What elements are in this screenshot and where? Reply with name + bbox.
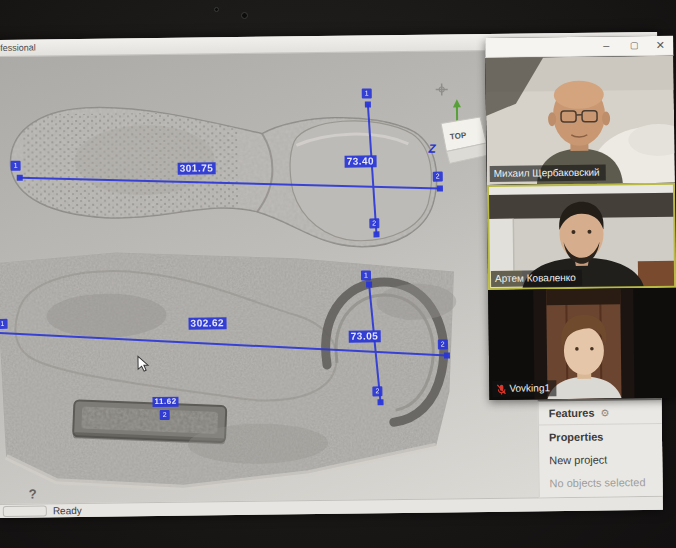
marker-flag-1[interactable]: 1 <box>11 161 21 171</box>
nav-z-axis-label: Z <box>428 142 436 156</box>
minimize-button[interactable]: – <box>595 36 617 56</box>
maximize-button[interactable]: ▢ <box>623 36 645 56</box>
video-tile-participant-2[interactable]: Артем Коваленко <box>487 183 676 290</box>
marker-flag-2[interactable]: 2 <box>160 410 170 420</box>
scan-cast-slab <box>0 248 459 490</box>
mic-muted-icon <box>496 383 506 394</box>
webcam-lens <box>241 12 248 19</box>
measure-width-bottom[interactable]: 73.05 <box>349 330 381 342</box>
nav-cube: TOP <box>441 99 489 164</box>
status-chip <box>3 505 47 517</box>
measure-length-top[interactable]: 301.75 <box>178 162 216 174</box>
measure-length-bottom[interactable]: 302.62 <box>188 317 226 329</box>
marker-flag-2[interactable]: 2 <box>369 218 379 228</box>
app-title-partial: ofessional <box>0 42 36 52</box>
panel-status-no-objects: No objects selected <box>539 470 662 495</box>
video-tile-participant-1[interactable]: Михаил Щербаковский <box>485 56 675 185</box>
participant-3-nameplate: Vovking1 <box>492 380 556 397</box>
close-button[interactable]: ✕ <box>649 36 671 56</box>
video-tile-participant-3[interactable]: Vovking1 <box>488 288 676 400</box>
participant-2-nameplate: Артем Коваленко <box>491 270 582 287</box>
new-project-label: New project <box>549 454 607 467</box>
marker-flag-2[interactable]: 2 <box>372 386 382 396</box>
measure-small[interactable]: 11.62 <box>152 397 178 407</box>
panel-item-new-project[interactable]: New project <box>539 447 662 472</box>
marker-flag-2[interactable]: 2 <box>433 172 443 182</box>
participant-1-name: Михаил Щербаковский <box>494 167 600 180</box>
side-panel: Features⚙ Properties New project No obje… <box>538 398 663 498</box>
marker-flag-1[interactable]: 1 <box>362 88 372 98</box>
panel-section-properties[interactable]: Properties <box>539 424 662 449</box>
webcam-dot <box>214 7 219 12</box>
marker-flag-1[interactable]: 1 <box>361 270 371 280</box>
mouse-cursor <box>137 355 151 373</box>
gear-icon[interactable]: ⚙ <box>600 408 609 419</box>
no-objects-label: No objects selected <box>549 476 645 489</box>
laptop-screen: ofessional <box>0 32 663 518</box>
marker-flag-1[interactable]: 1 <box>0 319 8 329</box>
status-text: Ready <box>53 505 82 516</box>
features-label: Features <box>549 407 595 420</box>
measure-width-top[interactable]: 73.40 <box>345 155 377 167</box>
help-icon[interactable]: ? <box>29 487 37 502</box>
zoom-titlebar[interactable]: – ▢ ✕ <box>485 36 673 58</box>
participant-3-name: Vovking1 <box>509 382 550 394</box>
marker-flag-2[interactable]: 2 <box>438 339 448 349</box>
participant-1-nameplate: Михаил Щербаковский <box>490 165 606 182</box>
zoom-call-window: – ▢ ✕ <box>485 36 676 400</box>
panel-section-features[interactable]: Features⚙ <box>539 400 662 426</box>
participant-2-name: Артем Коваленко <box>495 272 576 285</box>
nav-crosshair-icon <box>436 83 448 95</box>
properties-label: Properties <box>549 431 604 444</box>
